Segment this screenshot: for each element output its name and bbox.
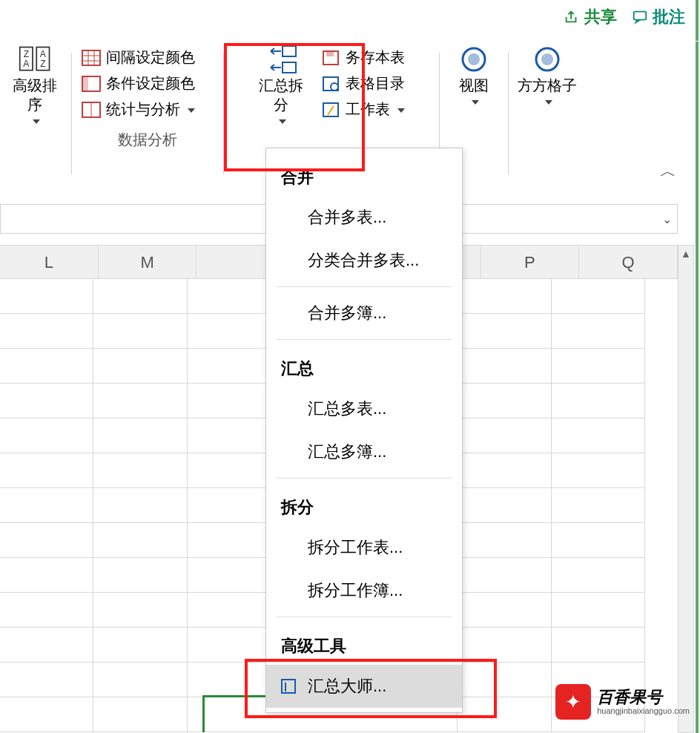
col-header[interactable]: Q [579,246,678,278]
svg-text:Z: Z [23,49,29,59]
table-dir-label: 表格目录 [346,73,405,93]
interval-color-button[interactable]: 间隔设定颜色 [79,45,197,70]
svg-text:A: A [23,59,30,69]
chevron-down-icon [542,95,552,108]
grid-color-icon [81,49,102,67]
view-label: 视图 [459,76,489,95]
menu-merge-tables[interactable]: 合并多表... [266,196,462,239]
worksheet-button[interactable]: 工作表 [319,96,406,122]
summary-split-label: 汇总拆分 [255,76,307,114]
menu-sum-tables[interactable]: 汇总多表... [266,387,462,430]
group-label: 数据分析 [118,130,177,150]
menu-section-merge: 合并 [266,153,462,196]
svg-point-26 [541,53,553,65]
menu-merge-by-category[interactable]: 分类合并多表... [266,239,462,282]
menu-section-split: 拆分 [266,483,462,526]
menu-split-sheet[interactable]: 拆分工作表... [266,526,462,569]
chevron-down-icon [469,95,479,108]
menu-summary-master[interactable]: 汇总大师... [266,665,462,708]
cond-color-icon [81,75,102,93]
save-table-button[interactable]: 务存本表 [319,45,406,70]
cond-color-button[interactable]: 条件设定颜色 [79,70,197,96]
split-icon [265,45,298,74]
share-button[interactable]: 共享 [564,6,617,28]
menu-section-advanced: 高级工具 [266,622,462,665]
save-icon [320,49,341,67]
separator [277,339,452,340]
menu-sum-books[interactable]: 汇总多簿... [266,430,462,473]
watermark: ✦ 百香果号 huangjinbaixiangguo.com [555,684,690,720]
interval-color-label: 间隔设定颜色 [106,47,195,68]
comment-button[interactable]: 批注 [632,6,685,28]
chevron-down-icon [276,114,286,128]
menu-master-label: 汇总大师... [308,677,386,695]
worksheet-icon [320,101,341,119]
stats-label: 统计与分析 [106,99,180,119]
separator [277,478,452,479]
svg-point-21 [331,83,338,91]
svg-rect-0 [634,12,647,20]
svg-rect-27 [282,680,295,693]
collapse-ribbon-button[interactable]: ︿ [660,160,676,183]
cond-color-label: 条件设定颜色 [106,73,195,93]
adv-sort-button[interactable]: ZAAZ 高级排序 [0,42,70,189]
watermark-title: 百香果号 [597,688,690,706]
share-label: 共享 [584,6,617,28]
watermark-url: huangjinbaixiangguo.com [597,706,690,715]
ffgz-icon [531,45,564,74]
svg-rect-16 [283,46,296,56]
summary-split-menu: 合并 合并多表... 分类合并多表... 合并多簿... 汇总 汇总多表... … [265,148,463,713]
table-dir-icon [320,75,341,93]
svg-text:A: A [39,49,46,59]
menu-section-summary: 汇总 [266,344,462,387]
adv-sort-label: 高级排序 [6,76,64,114]
worksheet-label: 工作表 [346,99,390,119]
formula-expand-button[interactable]: ⌄ [656,204,678,234]
stats-button[interactable]: 统计与分析 [79,96,197,122]
menu-merge-books[interactable]: 合并多簿... [266,292,462,335]
vertical-scrollbar[interactable]: ▲ [678,245,694,733]
svg-rect-17 [283,62,296,73]
comment-label: 批注 [653,6,685,28]
master-icon [280,677,297,695]
chevron-down-icon [394,101,405,118]
separator [277,286,452,287]
col-header[interactable]: P [481,246,580,278]
table-dir-button[interactable]: 表格目录 [319,70,406,96]
svg-text:Z: Z [40,59,46,69]
separator [508,53,509,174]
watermark-icon: ✦ [555,684,591,720]
scroll-up-icon[interactable]: ▲ [678,246,693,262]
title-bar-actions: 共享 批注 [549,0,700,40]
col-header[interactable]: L [0,246,99,278]
svg-rect-13 [82,76,88,91]
color-group: 间隔设定颜色 条件设定颜色 统计与分析 数据分析 [73,42,222,189]
separator [71,53,72,174]
separator [223,53,224,174]
ffgz-label: 方方格子 [518,76,577,95]
save-table-label: 务存本表 [346,47,405,68]
svg-rect-7 [82,50,100,65]
stats-icon [81,101,102,119]
ffgz-button[interactable]: 方方格子 [510,42,584,189]
view-icon [458,45,491,74]
svg-point-24 [468,53,480,65]
menu-split-book[interactable]: 拆分工作簿... [266,569,462,612]
chevron-down-icon [30,114,40,128]
chevron-down-icon [185,101,195,118]
col-header[interactable]: M [99,246,197,278]
separator [277,617,452,617]
svg-rect-19 [326,51,334,56]
sort-icon: ZAAZ [19,45,52,74]
